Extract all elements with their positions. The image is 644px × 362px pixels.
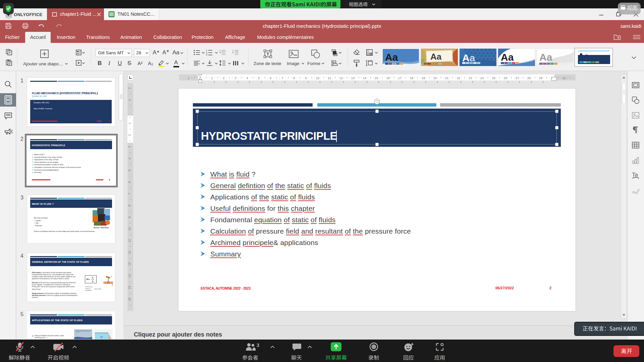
svg-text:15: 15 [375, 76, 378, 80]
svg-text:31: 31 [562, 76, 566, 80]
svg-text:5: 5 [127, 169, 131, 171]
svg-text:16: 16 [386, 76, 390, 80]
svg-text:3: 3 [234, 76, 236, 80]
svg-text:29: 29 [539, 76, 543, 80]
svg-text:11: 11 [127, 239, 131, 242]
svg-text:Ta: Ta [632, 172, 638, 178]
svg-text:16: 16 [127, 298, 131, 301]
svg-text:F: F [111, 276, 112, 278]
svg-text:6: 6 [127, 181, 131, 183]
svg-text:Aa: Aa [385, 52, 398, 63]
svg-text:7: 7 [281, 76, 283, 80]
svg-text:27: 27 [516, 76, 519, 80]
svg-text:Aa: Aa [539, 52, 552, 63]
svg-text:T: T [267, 52, 269, 57]
svg-text:Aa: Aa [430, 52, 442, 62]
svg-text:3: 3 [206, 54, 207, 56]
svg-text:9: 9 [305, 76, 307, 80]
svg-text:19: 19 [422, 76, 425, 80]
svg-text:22: 22 [457, 76, 461, 80]
svg-text:13: 13 [351, 76, 355, 80]
svg-text:4: 4 [246, 76, 248, 80]
svg-text:F: F [92, 277, 93, 279]
svg-text:3: 3 [127, 146, 131, 147]
svg-text:1: 1 [127, 99, 131, 101]
svg-text:H?: H? [100, 336, 103, 338]
svg-text:S: S [112, 284, 113, 286]
svg-text:12: 12 [339, 76, 343, 80]
svg-text:1: 1 [211, 76, 213, 80]
svg-text:P=: P= [87, 278, 90, 281]
svg-text:7: 7 [127, 193, 131, 194]
svg-text:Aa: Aa [462, 52, 475, 63]
svg-text:8: 8 [127, 204, 131, 206]
svg-text:6: 6 [270, 76, 271, 80]
svg-text:21: 21 [445, 76, 449, 80]
svg-text:13: 13 [127, 262, 131, 266]
svg-text:20: 20 [433, 76, 437, 80]
svg-text:1: 1 [127, 122, 131, 124]
svg-text:15: 15 [127, 286, 131, 290]
svg-text:1: 1 [206, 49, 207, 52]
svg-text:S: S [92, 280, 94, 283]
svg-text:1: 1 [187, 76, 189, 80]
svg-text:18: 18 [410, 76, 414, 80]
svg-text:5: 5 [258, 76, 260, 80]
svg-text:11: 11 [328, 76, 331, 80]
svg-text:2: 2 [127, 87, 131, 89]
svg-text:26: 26 [504, 76, 507, 80]
svg-text:25: 25 [492, 76, 496, 80]
svg-text:24: 24 [480, 76, 484, 80]
svg-text:14: 14 [363, 76, 367, 80]
svg-text:14: 14 [127, 274, 131, 278]
svg-text:10: 10 [127, 227, 131, 231]
svg-text:12: 12 [127, 251, 131, 254]
svg-text:17: 17 [398, 76, 402, 80]
svg-text:Aa: Aa [501, 52, 514, 63]
svg-text:8: 8 [293, 76, 295, 80]
svg-text:10: 10 [316, 76, 320, 80]
svg-text:2: 2 [223, 76, 224, 80]
svg-text:4: 4 [127, 158, 131, 159]
svg-text:28: 28 [527, 76, 531, 80]
svg-text:9: 9 [127, 216, 131, 218]
svg-text:2: 2 [127, 134, 131, 136]
svg-text:23: 23 [469, 76, 472, 80]
